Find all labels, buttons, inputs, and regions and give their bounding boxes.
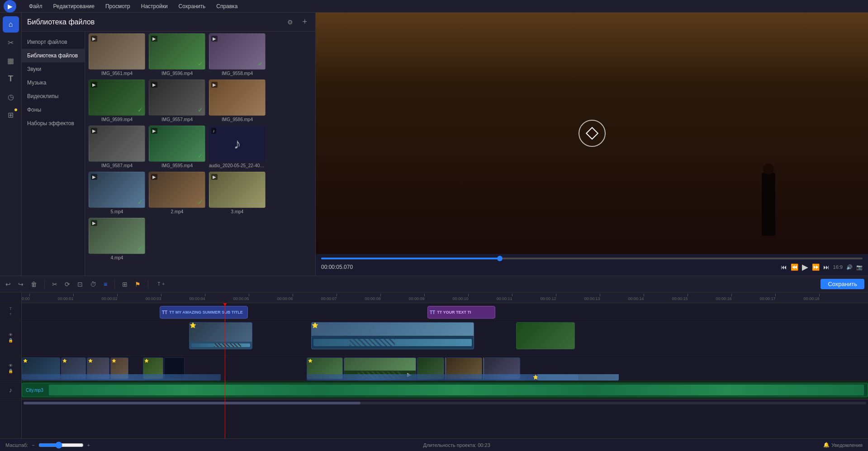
menu-save[interactable]: Сохранить [177,2,208,10]
sidebar-item-import[interactable]: Импорт файлов [22,35,85,49]
file-icon-12: ▶ [91,220,97,226]
text-track-control: T + [0,303,21,319]
overlay-clip-1[interactable] [516,322,575,349]
text-clip-label-2: TT YOUR TEXT TI [437,310,471,315]
duration-label: Длительность проекта: [423,442,476,448]
diamond-circle [579,120,606,147]
main-eye-icon[interactable]: 👁 [9,363,13,368]
file-icon-2: ▶ [211,36,218,42]
file-thumb-4[interactable]: ▶✓IMG_9557.mp4 [149,80,205,122]
zoom-minus-icon[interactable]: − [32,442,34,448]
sidebar-icon-text[interactable]: T [3,70,19,87]
file-thumb-7[interactable]: ▶✓IMG_9595.mp4 [149,126,205,168]
check-icon-12: ✓ [138,244,143,252]
filter-button[interactable]: ⚙ [285,16,296,28]
file-icon-6: ▶ [91,128,97,134]
text-clip-title[interactable]: TT TT MY AMAZING SUMMER SUB TITLE [160,306,248,319]
video-track-control: 👁 🔒 [0,319,21,356]
notifications-area[interactable]: 🔔 Уведомления [823,442,863,448]
video-track-icons: 🔒 [8,338,13,343]
skip-to-end-button[interactable]: ⏭ [823,263,830,271]
text-track-icon: T [9,306,12,311]
horizontal-scrollbar[interactable] [22,399,868,406]
zoom-slider[interactable] [38,442,84,449]
menu-help[interactable]: Справка [214,2,239,10]
file-thumb-3[interactable]: ▶✓IMG_9599.mp4 [89,80,145,122]
file-panel-title: Библиотека файлов [27,18,285,26]
aspect-ratio: 16:9 [833,264,843,270]
file-thumb-5[interactable]: ▶IMG_9586.mp4 [209,80,266,122]
zoom-plus-icon[interactable]: + [87,442,90,448]
app-logo: ▶ [4,0,16,13]
ruler-mark-16: 00:00:16 [724,294,740,301]
overlay-clip-3[interactable] [311,322,474,349]
file-thumb-2[interactable]: ▶✓IMG_9558.mp4 [209,33,266,76]
menu-settings[interactable]: Настройки [139,2,170,10]
add-file-button[interactable]: + [299,16,310,28]
main-lock-icon: 🔒 [8,369,13,373]
sidebar-item-videoclips[interactable]: Видеоклипы [22,89,85,103]
marker-button[interactable]: ⚑ [133,279,142,290]
file-label-8: audio_2020-05-25_22-40-09.ogg [209,163,266,168]
split-button[interactable]: ≡ [102,279,109,290]
step-forward-button[interactable]: ⏩ [812,263,820,271]
scrollbar-thumb[interactable] [24,402,360,404]
file-thumb-9[interactable]: ▶✓5.mp4 [89,172,145,214]
file-thumb-11[interactable]: ▶3.mp4 [209,172,266,214]
undo-button[interactable]: ↩ [4,279,13,290]
sidebar-item-music[interactable]: Музыка [22,76,85,89]
sidebar-item-sounds[interactable]: Звуки [22,62,85,76]
star-5: ⭐ [144,359,149,363]
scrollbar-track[interactable] [24,402,866,404]
text-clip-your-text[interactable]: TT TT YOUR TEXT TI [427,306,495,319]
file-label-12: 4.mp4 [89,255,145,260]
music-clip-label: City.mp3 [26,388,43,393]
file-thumb-6[interactable]: ▶IMG_9587.mp4 [89,126,145,168]
sidebar-icon-clock[interactable]: ◷ [3,89,19,105]
ruler-mark-4: 00:00:04 [197,294,213,301]
preview-progress-thumb[interactable] [497,256,503,261]
save-project-button[interactable]: Сохранить [821,279,864,289]
sidebar-item-backgrounds[interactable]: Фоны [22,103,85,117]
delete-button[interactable]: 🗑 [29,279,39,290]
file-label-1: IMG_9596.mp4 [149,71,205,76]
track-controls: T + 👁 🔒 👁 🔒 ♪ [0,292,22,438]
preview-progress-bar[interactable] [321,258,863,259]
track-label-icon: T [157,282,160,287]
file-thumb-0[interactable]: ▶IMG_9561.mp4 [89,33,145,76]
track-controls-left: T + [157,282,165,287]
sidebar-icon-layers[interactable]: ▦ [3,52,19,69]
menu-view[interactable]: Просмотр [104,2,132,10]
music-clip[interactable]: City.mp3 [22,383,868,397]
eye-icon[interactable]: 👁 [9,333,13,337]
overlay-button[interactable]: ⊞ [120,279,129,290]
file-thumb-10[interactable]: ▶✓2.mp4 [149,172,205,214]
step-back-button[interactable]: ⏪ [791,263,798,271]
file-thumb-8[interactable]: ♪♪audio_2020-05-25_22-40-09.ogg [209,126,266,168]
copy-button[interactable]: ⟳ [63,279,72,290]
file-thumb-1[interactable]: ▶✓IMG_9596.mp4 [149,33,205,76]
sidebar-item-library[interactable]: Библиотека файлов [22,49,85,62]
overlay-clip-2[interactable] [189,322,252,349]
timeline-toolbar: ↩ ↪ 🗑 ✂ ⟳ ⊡ ⏱ ≡ ⊞ ⚑ T + Сохранить [0,276,868,292]
speed-button[interactable]: ⏱ [88,279,98,290]
cut-tool-button[interactable]: ✂ [50,279,59,290]
timeline-tracks-area: 00:00:0000:00:0100:00:0200:00:0300:00:04… [22,292,868,438]
crop-button[interactable]: ⊡ [76,279,85,290]
separator-2 [114,280,115,289]
menu-file[interactable]: Файл [27,2,44,10]
sidebar-icon-grid[interactable]: ⊞ [3,107,19,123]
file-label-0: IMG_9561.mp4 [89,71,145,76]
star-2: ⭐ [62,359,67,363]
play-pause-button[interactable]: ▶ [802,262,808,272]
sidebar-icon-cut[interactable]: ✂ [3,34,19,51]
sidebar-item-effects[interactable]: Наборы эффектов [22,117,85,130]
text-track: TT TT MY AMAZING SUMMER SUB TITLE TT TT … [22,303,868,319]
file-thumb-12[interactable]: ▶✓4.mp4 [89,218,145,260]
skip-to-start-button[interactable]: ⏮ [781,263,787,271]
sidebar-icon-home[interactable]: ⌂ [3,16,19,33]
menu-edit[interactable]: Редактирование [52,2,96,10]
star-3: ⭐ [88,359,93,363]
redo-button[interactable]: ↪ [16,279,25,290]
timeline-section: ↩ ↪ 🗑 ✂ ⟳ ⊡ ⏱ ≡ ⊞ ⚑ T + Сохранить T + [0,276,868,438]
